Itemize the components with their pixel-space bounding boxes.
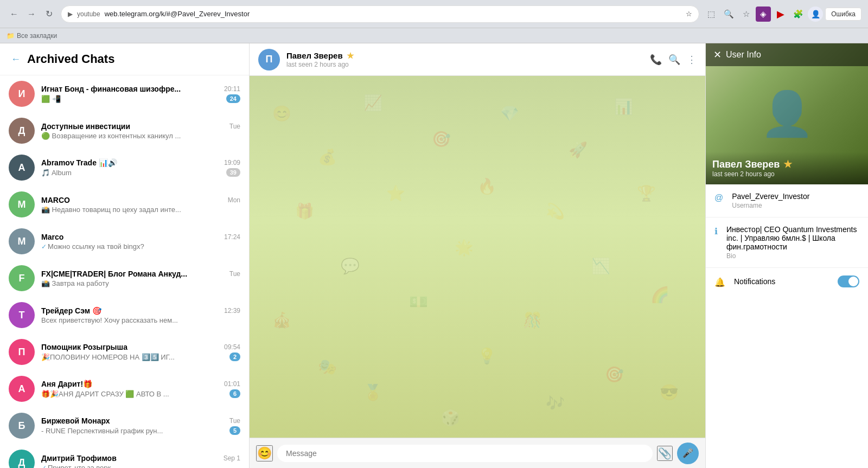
chat-info: Биржевой Монарх Tue - RUNE Перспективный… <box>41 416 240 435</box>
chat-header-info: Павел Зверев ★ last seen 2 hours ago <box>286 51 643 68</box>
mic-button[interactable]: 🎤 <box>677 443 699 464</box>
bio-label: Bio <box>726 252 859 260</box>
list-item[interactable]: Д Дмитрий Трофимов Sep 1 ✓Привет, что за… <box>0 444 249 468</box>
chat-time: 19:09 <box>224 159 240 166</box>
chat-bottom: 🎉ПОЛОВИНУ НОМЕРОВ НА 3️⃣5️⃣ ИГ... 2 <box>41 352 240 361</box>
chat-info: Дмитрий Трофимов Sep 1 ✓Привет, что за в… <box>41 454 240 469</box>
address-bar[interactable]: ▶ youtube web.telegram.org/k/#@Pavel_Zve… <box>61 5 699 23</box>
chat-info: Marco 17:24 ✓Можно ссылку на твой bingx? <box>41 233 240 251</box>
list-item[interactable]: Д Доступные инвестиции Tue 🟢 Возвращение… <box>0 112 249 149</box>
list-item[interactable]: П Помощник Розыгрыша 09:54 🎉ПОЛОВИНУ НОМ… <box>0 334 249 370</box>
extension-icon[interactable]: ◈ <box>756 7 771 22</box>
list-item[interactable]: M Marco 17:24 ✓Можно ссылку на твой bing… <box>0 223 249 260</box>
chat-background: 😊 💰 📈 🎯 💎 🚀 📊 🎁 ⭐ 🔥 💫 🏆 💬 🌟 📉 🎪 💵 🎊 🌈 <box>250 76 705 438</box>
list-item[interactable]: A Abramov Trade 📊🔊 19:09 🎵 Album 39 <box>0 149 249 186</box>
forward-button[interactable]: → <box>24 7 39 22</box>
avatar-letter: Т <box>19 310 25 321</box>
favicon-icon: ▶ <box>68 10 73 18</box>
avatar-letter: А <box>18 383 25 395</box>
avatar-letter: A <box>18 162 25 174</box>
refresh-button[interactable]: ↻ <box>41 7 56 22</box>
app-container: ← Archived Chats И Игнат Бонд - финансов… <box>0 43 868 468</box>
message-input[interactable] <box>277 445 653 462</box>
bio-content: Инвестор| CEO Quantum Investments inc. |… <box>726 225 859 260</box>
cast-icon[interactable]: ⬚ <box>704 7 719 22</box>
chat-bottom: 📸 Недавно товарищ по цеху задал инте... <box>41 206 240 214</box>
avatar-letter: M <box>18 199 26 210</box>
chat-bottom: Всех приветствую! Хочу рассказать нем... <box>41 316 240 324</box>
search-icon[interactable]: 🔍 <box>721 7 736 22</box>
avatar-letter: Д <box>18 125 25 137</box>
back-button[interactable]: ← <box>11 54 21 65</box>
chat-contact-name: Павел Зверев ★ <box>286 51 643 61</box>
star-icon: ★ <box>347 51 354 61</box>
chat-bottom: 🟩 📲 24 <box>41 94 240 103</box>
chat-contact-status: last seen 2 hours ago <box>286 61 643 68</box>
badge: 39 <box>226 168 240 177</box>
search-icon[interactable]: 🔍 <box>668 54 680 66</box>
error-button[interactable]: Ошибка <box>825 8 861 21</box>
chat-bottom: ✓Можно ссылку на твой bingx? <box>41 242 240 251</box>
user-info-panel: ✕ User Info 👤 Павел Зверев ★ last seen 2… <box>705 43 868 468</box>
close-button[interactable]: ✕ <box>713 49 722 61</box>
chat-info: Трейдер Сэм 🎯 12:39 Всех приветствую! Хо… <box>41 306 240 324</box>
chat-name: Marco <box>41 233 63 241</box>
list-item[interactable]: Б Биржевой Монарх Tue - RUNE Перспективн… <box>0 407 249 444</box>
username-value: Pavel_Zverev_Investor <box>732 192 859 201</box>
chat-info: Игнат Бонд - финансовая шизофре... 20:11… <box>41 85 240 103</box>
emoji-button[interactable]: 😊 <box>256 445 273 461</box>
chat-input-bar: 😊 📎 🎤 <box>250 438 705 468</box>
chat-bottom: 🎵 Album 39 <box>41 168 240 177</box>
toggle-thumb <box>848 277 858 286</box>
bookmarks-folder[interactable]: 📁 Все закладки <box>7 32 57 40</box>
profile-button[interactable]: 👤 <box>808 7 823 22</box>
user-last-seen: last seen 2 hours ago <box>712 170 861 178</box>
chat-info: MARCO Mon 📸 Недавно товарищ по цеху зада… <box>41 196 240 214</box>
chat-info: FX|CME|TRADER| Блог Романа Анкуд... Tue … <box>41 270 240 287</box>
notifications-toggle[interactable] <box>838 275 859 287</box>
chat-name: Трейдер Сэм 🎯 <box>41 306 101 315</box>
chat-info: Abramov Trade 📊🔊 19:09 🎵 Album 39 <box>41 158 240 177</box>
browser-chrome: ← → ↻ ▶ youtube web.telegram.org/k/#@Pav… <box>0 0 868 28</box>
chat-top: Аня Дарит!🎁 01:01 <box>41 380 240 388</box>
chat-top: Биржевой Монарх Tue <box>41 416 240 425</box>
list-item[interactable]: M MARCO Mon 📸 Недавно товарищ по цеху за… <box>0 186 249 223</box>
chat-preview: ✓Можно ссылку на твой bingx? <box>41 242 144 251</box>
avatar: П <box>9 339 35 365</box>
chat-top: Marco 17:24 <box>41 233 240 241</box>
bookmark-star-icon[interactable]: ☆ <box>738 7 754 22</box>
list-item[interactable]: А Аня Дарит!🎁 01:01 🎁🎉АНЯ ДАРИТ СРАЗУ 🟩 … <box>0 370 249 407</box>
extensions-puzzle-icon[interactable]: 🧩 <box>790 7 806 22</box>
avatar: И <box>9 81 35 107</box>
chat-bottom: ✓Привет, что за ворк <box>41 464 240 469</box>
avatar: Д <box>9 450 35 468</box>
attach-button[interactable]: 📎 <box>657 446 673 461</box>
chat-name: Доступные инвестиции <box>41 122 130 131</box>
list-item[interactable]: Т Трейдер Сэм 🎯 12:39 Всех приветствую! … <box>0 297 249 334</box>
url-text: web.telegram.org/k/#@Pavel_Zverev_Invest… <box>105 10 682 18</box>
notifications-row: 🔔 Notifications <box>706 268 868 295</box>
phone-icon[interactable]: 📞 <box>650 54 662 66</box>
chat-time: 17:24 <box>224 233 240 241</box>
avatar-letter: Д <box>18 457 25 469</box>
chat-preview: 🟩 📲 <box>41 95 61 103</box>
chat-header-avatar: П <box>258 49 280 70</box>
chat-info: Доступные инвестиции Tue 🟢 Возвращение и… <box>41 122 240 140</box>
list-item[interactable]: F FX|CME|TRADER| Блог Романа Анкуд... Tu… <box>0 260 249 297</box>
list-item[interactable]: И Игнат Бонд - финансовая шизофре... 20:… <box>0 75 249 112</box>
avatar-letter: П <box>18 347 25 358</box>
back-button[interactable]: ← <box>7 7 22 22</box>
user-photo-overlay: Павел Зверев ★ last seen 2 hours ago <box>706 152 868 184</box>
chat-bottom: 📸 Завтра на работу <box>41 279 240 287</box>
avatar: A <box>9 155 35 181</box>
chat-name: MARCO <box>41 196 70 204</box>
youtube-icon[interactable]: ▶ <box>773 7 788 22</box>
user-info-header: ✕ User Info <box>706 43 868 66</box>
more-icon[interactable]: ⋮ <box>687 54 697 66</box>
username-row[interactable]: @ Pavel_Zverev_Investor Username <box>706 184 868 217</box>
chat-time: Sep 1 <box>224 454 240 462</box>
chat-bottom: 🟢 Возвращение из контентных каникул ... <box>41 132 240 140</box>
avatar: Т <box>9 302 35 328</box>
chat-pattern: 😊 💰 📈 🎯 💎 🚀 📊 🎁 ⭐ 🔥 💫 🏆 💬 🌟 📉 🎪 💵 🎊 🌈 <box>250 76 705 438</box>
chat-name: Биржевой Монарх <box>41 416 110 425</box>
